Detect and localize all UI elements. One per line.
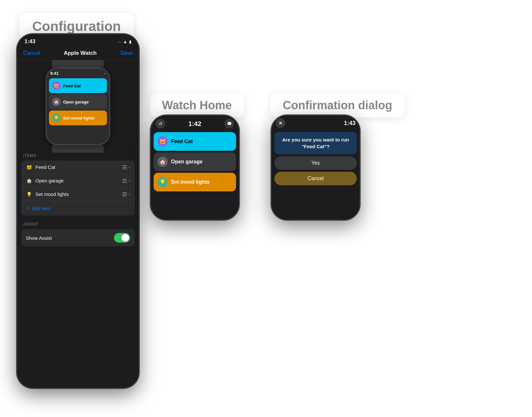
mood-lights-label: Set mood lights: [63, 116, 95, 121]
feed-cat-text: Feed Cat: [35, 164, 119, 170]
light-icon: 💡: [52, 114, 61, 122]
watch-preview-mood-lights-btn[interactable]: 💡 Set mood lights: [49, 111, 107, 125]
iphone-status-icons: ··· ▲ ▮: [118, 39, 131, 44]
items-list: 🐱 Feed Cat › 🏠 Open garage ›: [21, 160, 135, 216]
feed-cat-label: Feed Cat: [63, 83, 81, 88]
hamburger-icon: [122, 165, 127, 169]
mood-lights-text: Set mood lights: [35, 191, 119, 197]
iphone-status-bar: 1:43 ··· ▲ ▮: [17, 34, 139, 47]
watch-home-bottom-band: [159, 220, 230, 221]
show-assist-toggle[interactable]: [114, 233, 130, 243]
add-plus-icon: +: [26, 205, 29, 212]
iphone-nav-bar: Cancel Apple Watch Save: [17, 47, 139, 61]
watch-home-crown: [239, 147, 240, 163]
feed-cat-right: ›: [122, 165, 130, 170]
watch-home-time: 1:42: [188, 120, 201, 128]
nav-title: Apple Watch: [64, 50, 97, 56]
watch-preview-open-garage-btn[interactable]: 🏠 Open garage: [49, 94, 107, 109]
hamburger-icon-3: [122, 192, 127, 196]
assist-row: Show Assist: [21, 229, 135, 247]
confirm-time: 1:43: [344, 120, 356, 127]
confirm-dialog-title: Confirmation dialog: [283, 99, 392, 112]
dots-icon: ···: [118, 39, 121, 44]
watch-home-label-box: Watch Home: [150, 93, 244, 117]
watch-mood-lights-label: Set mood lights: [171, 179, 210, 185]
add-item-row[interactable]: + Add item: [21, 201, 135, 216]
watch-feed-cat-icon: 🐱: [157, 136, 168, 147]
hamburger-icon-2: [122, 179, 127, 183]
watch-band-bottom: [52, 145, 104, 153]
confirm-header: ✕ 1:43: [271, 115, 360, 130]
cat-icon: 🐱: [52, 82, 61, 90]
feed-cat-icon: 🐱: [26, 165, 32, 170]
list-item-feed-cat[interactable]: 🐱 Feed Cat ›: [21, 160, 135, 174]
chevron-right-icon-3: ›: [129, 192, 130, 197]
open-garage-icon: 🏠: [26, 178, 32, 183]
watch-preview-time: 9:41: [50, 71, 59, 76]
cancel-button[interactable]: Cancel: [23, 50, 40, 56]
watch-home-open-garage-btn[interactable]: 🏠 Open garage: [154, 152, 236, 171]
show-assist-label: Show Assist: [26, 235, 52, 241]
watch-home-feed-cat-btn[interactable]: 🐱 Feed Cat: [154, 132, 236, 151]
watch-preview-feed-cat-btn[interactable]: 🐱 Feed Cat: [49, 78, 107, 93]
watch-home-top-band: [159, 114, 230, 115]
chevron-right-icon: ›: [129, 165, 130, 170]
items-section: ITEMS 🐱 Feed Cat › 🏠 Open garage: [17, 153, 139, 216]
confirm-dialog-label-box: Confirmation dialog: [271, 93, 404, 117]
list-item-mood-lights[interactable]: 💡 Set mood lights ›: [21, 188, 135, 201]
assist-section-label: ASSIST: [21, 222, 135, 227]
open-garage-right: ›: [122, 179, 130, 183]
watch-preview-status: 9:41 ▪: [46, 68, 109, 77]
watch-home-device: ↺ 1:42 💬 🐱 Feed Cat 🏠 Open garage 💡 Set …: [150, 114, 240, 221]
watch-home-message-icon: 💬: [224, 119, 234, 129]
confirm-watch-top-band: [280, 114, 351, 115]
watch-open-garage-label: Open garage: [171, 159, 203, 165]
save-button[interactable]: Save: [120, 50, 133, 56]
battery-icon: ▮: [129, 39, 131, 44]
watch-light-icon: 💡: [157, 177, 168, 187]
confirm-yes-button[interactable]: Yes: [274, 156, 357, 170]
confirm-close-button[interactable]: ✕: [276, 118, 285, 128]
watch-home-mood-lights-btn[interactable]: 💡 Set mood lights: [154, 173, 236, 191]
chevron-right-icon-2: ›: [129, 179, 130, 183]
confirm-watch-device: ✕ 1:43 Are you sure you want to run "Fee…: [271, 114, 361, 221]
open-garage-label: Open garage: [63, 100, 89, 104]
mood-lights-right: ›: [122, 192, 130, 197]
confirm-watch-bottom-band: [280, 220, 351, 221]
watch-preview-container: 9:41 ▪ 🐱 Feed Cat 🏠 Open garage 💡 Set mo…: [17, 61, 139, 149]
confirm-watch-crown: [360, 147, 361, 163]
items-section-label: ITEMS: [21, 153, 135, 158]
watch-band-top: [52, 60, 104, 68]
garage-icon: 🏠: [52, 98, 61, 106]
watch-home-side-btn: [239, 169, 240, 176]
configuration-title: Configuration: [32, 19, 121, 34]
watch-home-refresh-icon: ↺: [156, 119, 165, 129]
assist-section: ASSIST Show Assist: [17, 222, 139, 247]
confirm-cancel-button[interactable]: Cancel: [274, 172, 357, 185]
iphone-frame: 1:43 ··· ▲ ▮ Cancel Apple Watch Save 9:4…: [17, 34, 139, 388]
mood-lights-icon: 💡: [26, 192, 32, 197]
open-garage-text: Open garage: [35, 178, 119, 183]
watch-home-status-bar: ↺ 1:42 💬: [150, 115, 239, 131]
watch-feed-cat-label: Feed Cat: [171, 139, 193, 144]
list-item-open-garage[interactable]: 🏠 Open garage ›: [21, 174, 135, 188]
watch-garage-icon: 🏠: [157, 157, 168, 167]
watch-preview-icon: ▪: [104, 71, 106, 76]
watch-small-frame: 9:41 ▪ 🐱 Feed Cat 🏠 Open garage 💡 Set mo…: [46, 68, 110, 145]
watch-preview: 9:41 ▪ 🐱 Feed Cat 🏠 Open garage 💡 Set mo…: [46, 67, 110, 146]
confirm-question-text: Are you sure you want to run "Feed Cat"?: [274, 132, 357, 154]
watch-home-title: Watch Home: [162, 99, 232, 112]
add-item-label: Add item: [32, 206, 51, 211]
wifi-icon: ▲: [123, 39, 127, 44]
confirm-watch-side-btn: [360, 169, 361, 176]
iphone-time: 1:43: [24, 38, 35, 45]
